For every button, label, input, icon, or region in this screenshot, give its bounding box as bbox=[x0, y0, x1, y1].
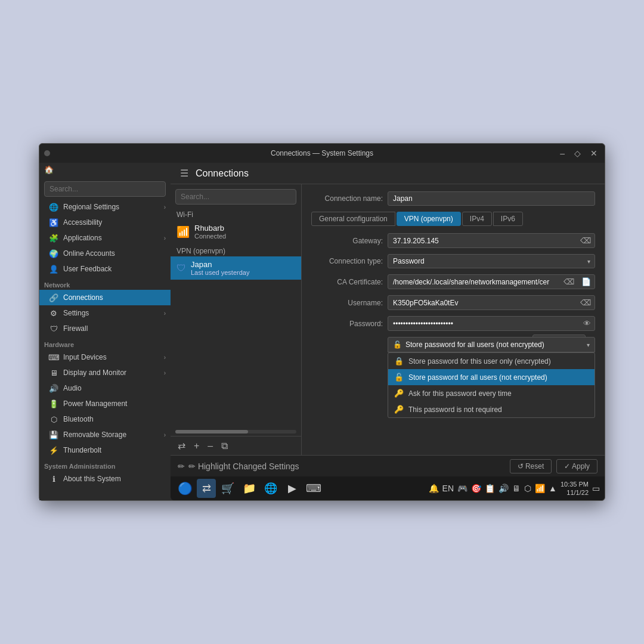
sidebar-item-accessibility[interactable]: ♿ Accessibility bbox=[39, 215, 171, 230]
taskbar-app-network[interactable]: ⇄ bbox=[197, 479, 216, 498]
pencil-icon: ✏ bbox=[178, 462, 185, 471]
desktop-icon[interactable]: ▭ bbox=[592, 484, 600, 493]
apply-button[interactable]: ✓ Apply bbox=[556, 459, 597, 473]
sidebar-item-connections[interactable]: 🔗 Connections bbox=[39, 290, 171, 305]
connection-name-input[interactable] bbox=[388, 191, 595, 206]
hamburger-icon[interactable]: ☰ bbox=[180, 168, 188, 179]
connections-search-input[interactable] bbox=[175, 189, 296, 205]
system-tray-expand[interactable]: ▲ bbox=[549, 484, 557, 493]
tab-ipv6[interactable]: IPv6 bbox=[493, 212, 523, 226]
username-row: Username: ⌫ bbox=[311, 295, 595, 310]
vpn-section-label: VPN (openvpn) bbox=[171, 243, 301, 256]
username-input[interactable] bbox=[388, 296, 577, 309]
sidebar-home[interactable]: 🏠 bbox=[39, 163, 171, 177]
keyboard-layout-label[interactable]: EN bbox=[442, 484, 454, 493]
dropdown-item-all-not-encrypted[interactable]: 🔓 Store password for all users (not encr… bbox=[388, 369, 595, 385]
sidebar-item-input-devices[interactable]: ⌨ Input Devices › bbox=[39, 349, 171, 365]
titlebar: Connections — System Settings – ◇ ✕ bbox=[39, 144, 605, 163]
tab-general[interactable]: General configuration bbox=[311, 212, 395, 226]
ca-cert-input[interactable] bbox=[388, 275, 560, 289]
taskbar-app-store[interactable]: 🛒 bbox=[218, 479, 237, 498]
sidebar-item-user-feedback[interactable]: 👤 User Feedback bbox=[39, 261, 171, 277]
sidebar-item-settings[interactable]: ⚙ Settings › bbox=[39, 305, 171, 321]
conn-scrollbar-thumb bbox=[175, 430, 248, 434]
minimize-button[interactable]: – bbox=[558, 147, 567, 159]
clock-time: 10:35 PM bbox=[561, 480, 589, 488]
conn-scrollbar[interactable] bbox=[175, 430, 296, 434]
vpn-shield-icon: 🛡 bbox=[177, 263, 186, 274]
ca-cert-label: CA Certificate: bbox=[311, 278, 383, 286]
app-icon-2[interactable]: 🎯 bbox=[471, 484, 481, 493]
arrow-icon: › bbox=[164, 310, 166, 317]
taskbar-app-kde[interactable]: 🔵 bbox=[175, 479, 194, 498]
wifi-rhubarb-item[interactable]: 📶 Rhubarb Connected bbox=[171, 220, 301, 243]
connection-type-select[interactable]: Password bbox=[388, 254, 595, 268]
ca-cert-row: CA Certificate: ⌫ 📄 bbox=[311, 274, 595, 289]
sidebar-item-removable[interactable]: 💾 Removable Storage › bbox=[39, 427, 171, 442]
username-input-group: ⌫ bbox=[388, 295, 595, 310]
maximize-button[interactable]: ◇ bbox=[572, 147, 583, 159]
wifi-item-info: Rhubarb Connected bbox=[194, 224, 226, 240]
arrow-icon: › bbox=[164, 204, 166, 210]
volume-icon[interactable]: 🔊 bbox=[499, 484, 509, 493]
dropdown-item-ask-every-time[interactable]: 🔑 Ask for this password every time bbox=[388, 385, 595, 401]
sidebar-item-power[interactable]: 🔋 Power Management bbox=[39, 396, 171, 411]
close-button[interactable]: ✕ bbox=[588, 147, 600, 159]
unlock-icon: 🔓 bbox=[394, 373, 404, 382]
highlight-changed-button[interactable]: ✏ ✏ Highlight Changed Settings bbox=[178, 462, 299, 471]
clipboard-icon[interactable]: 📋 bbox=[485, 484, 495, 493]
sidebar-item-label: Thunderbolt bbox=[63, 446, 101, 454]
taskbar-app-vscode[interactable]: ⌨ bbox=[304, 479, 323, 498]
sidebar-item-regional[interactable]: 🌐 Regional Settings › bbox=[39, 199, 171, 215]
sidebar-item-applications[interactable]: 🧩 Applications › bbox=[39, 230, 171, 246]
arrow-icon: › bbox=[164, 354, 166, 361]
display-icon-tb[interactable]: 🖥 bbox=[512, 484, 521, 493]
conn-copy-button[interactable]: ⧉ bbox=[219, 439, 230, 453]
sidebar-item-thunderbolt[interactable]: ⚡ Thunderbolt bbox=[39, 442, 171, 458]
connection-type-label: Connection type: bbox=[311, 257, 383, 265]
taskbar-app-browser[interactable]: 🌐 bbox=[261, 479, 280, 498]
steam-icon[interactable]: 🎮 bbox=[457, 484, 467, 493]
sidebar-item-about[interactable]: ℹ About this System bbox=[39, 471, 171, 487]
key-icon-2: 🔑 bbox=[394, 405, 404, 414]
ca-cert-browse-button[interactable]: 📄 bbox=[578, 275, 595, 289]
sidebar-item-online-accounts[interactable]: 🌍 Online Accounts bbox=[39, 246, 171, 261]
sidebar-item-bluetooth[interactable]: ⬡ Bluetooth bbox=[39, 411, 171, 427]
sidebar-item-label: Online Accounts bbox=[63, 249, 115, 258]
conn-adjust-button[interactable]: ⇄ bbox=[175, 439, 188, 453]
notification-icon[interactable]: 🔔 bbox=[429, 484, 439, 493]
vpn-japan-item[interactable]: 🛡 Japan Last used yesterday bbox=[171, 256, 301, 280]
connection-type-select-wrapper: Password ▾ bbox=[388, 254, 595, 268]
sidebar-item-audio[interactable]: 🔊 Audio bbox=[39, 380, 171, 396]
reset-button[interactable]: ↺ Reset bbox=[510, 459, 552, 473]
conn-add-button[interactable]: + bbox=[191, 439, 202, 453]
sidebar-item-display[interactable]: 🖥 Display and Monitor › bbox=[39, 365, 171, 380]
conn-remove-button[interactable]: – bbox=[205, 439, 215, 453]
taskbar-clock[interactable]: 10:35 PM 11/1/22 bbox=[561, 480, 589, 497]
tab-ipv4[interactable]: IPv4 bbox=[462, 212, 492, 226]
vpn-name: Japan bbox=[191, 260, 249, 269]
titlebar-dot bbox=[44, 150, 50, 156]
dropdown-item-label: This password is not required bbox=[408, 405, 502, 414]
password-show-button[interactable]: 👁 bbox=[580, 317, 595, 330]
taskbar-app-terminal[interactable]: ▶ bbox=[283, 479, 302, 498]
sidebar-item-label: Connections bbox=[63, 293, 103, 302]
gateway-label: Gateway: bbox=[311, 237, 383, 245]
bluetooth-icon-tb[interactable]: ⬡ bbox=[524, 484, 531, 493]
sidebar-search-input[interactable] bbox=[44, 181, 166, 197]
gateway-clear-button[interactable]: ⌫ bbox=[577, 234, 595, 247]
password-input[interactable] bbox=[388, 317, 580, 330]
sidebar-item-firewall[interactable]: 🛡 Firewall bbox=[39, 321, 171, 336]
taskbar-app-files[interactable]: 📁 bbox=[240, 479, 259, 498]
wifi-icon-tb[interactable]: 📶 bbox=[535, 484, 545, 493]
dropdown-item-not-required[interactable]: 🔑 This password is not required bbox=[388, 401, 595, 417]
password-storage-select[interactable]: 🔓 Store password for all users (not encr… bbox=[388, 337, 595, 352]
username-clear-button[interactable]: ⌫ bbox=[577, 296, 595, 309]
display-icon: 🖥 bbox=[49, 368, 58, 377]
connections-icon: 🔗 bbox=[49, 293, 58, 302]
ca-cert-clear-button[interactable]: ⌫ bbox=[560, 275, 578, 289]
dropdown-item-user-encrypted[interactable]: 🔒 Store password for this user only (enc… bbox=[388, 353, 595, 369]
gateway-input[interactable] bbox=[388, 234, 577, 247]
tab-vpn[interactable]: VPN (openvpn) bbox=[397, 212, 461, 226]
sidebar-item-label: Applications bbox=[63, 234, 102, 242]
